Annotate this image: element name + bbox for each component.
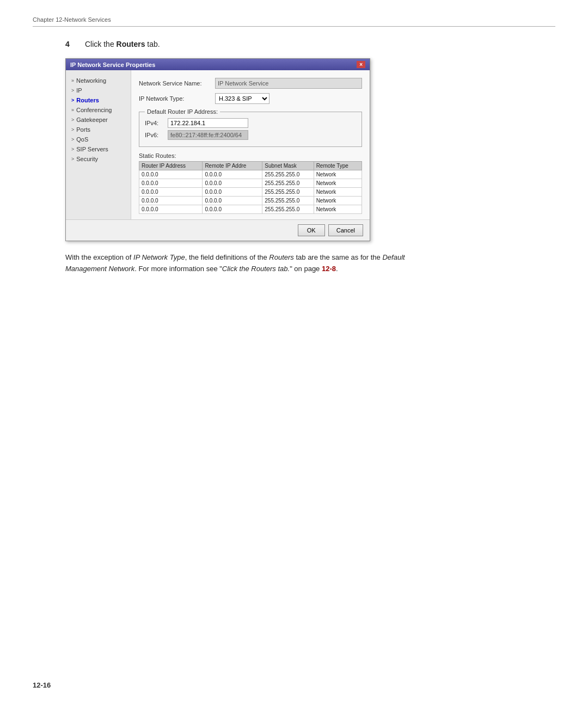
nav-label-ports: Ports <box>76 126 90 133</box>
nav-arrow-qos: > <box>71 137 74 142</box>
table-cell-remote_ip: 0.0.0.0 <box>203 170 262 179</box>
nav-item-security[interactable]: > Security <box>66 154 131 164</box>
ipv6-input[interactable] <box>168 130 248 140</box>
table-cell-router_ip: 0.0.0.0 <box>139 179 203 188</box>
nav-arrow-conferencing: » <box>71 107 74 113</box>
table-cell-remote_type: Network <box>314 188 362 197</box>
table-cell-router_ip: 0.0.0.0 <box>139 205 203 214</box>
network-service-name-input[interactable] <box>215 78 362 89</box>
nav-item-networking[interactable]: » Networking <box>66 76 131 85</box>
dialog-window: IP Network Service Properties × » Networ… <box>65 58 370 241</box>
nav-item-routers[interactable]: > Routers <box>66 95 131 105</box>
chapter-header: Chapter 12-Network Services <box>33 16 555 27</box>
table-row: 0.0.0.00.0.0.0255.255.255.0Network <box>139 188 362 197</box>
table-cell-router_ip: 0.0.0.0 <box>139 188 203 197</box>
table-cell-remote_type: Network <box>314 170 362 179</box>
nav-item-ports[interactable]: > Ports <box>66 125 131 134</box>
desc-italic1: IP Network Type <box>133 253 185 261</box>
description-text: With the exception of IP Network Type, t… <box>65 252 436 275</box>
nav-label-security: Security <box>76 156 98 162</box>
routes-tbody: 0.0.0.00.0.0.0255.255.255.0Network0.0.0.… <box>139 170 362 214</box>
table-cell-remote_type: Network <box>314 205 362 214</box>
table-cell-router_ip: 0.0.0.0 <box>139 197 203 205</box>
table-row: 0.0.0.00.0.0.0255.255.255.0Network <box>139 197 362 205</box>
step-text: Click the Routers tab. <box>85 40 160 48</box>
desc-page-ref: 12-8 <box>322 265 336 273</box>
nav-arrow-security: > <box>71 156 74 162</box>
nav-item-gatekeeper[interactable]: > Gatekeeper <box>66 115 131 125</box>
nav-item-conferencing[interactable]: » Conferencing <box>66 105 131 115</box>
nav-label-conferencing: Conferencing <box>76 107 112 113</box>
nav-item-sip-servers[interactable]: > SIP Servers <box>66 144 131 154</box>
table-cell-remote_ip: 0.0.0.0 <box>203 197 262 205</box>
desc-text2: , the field definitions of the <box>185 253 270 261</box>
desc-italic4: Click the Routers tab. <box>222 265 290 273</box>
routes-table: Router IP Address Remote IP Addre Subnet… <box>139 161 362 214</box>
nav-arrow-ports: > <box>71 127 74 132</box>
nav-arrow-gatekeeper: > <box>71 117 74 122</box>
step-text-suffix: tab. <box>145 40 160 48</box>
nav-label-qos: QoS <box>76 136 88 143</box>
dialog-nav: » Networking > IP > Routers » Conferenci… <box>66 70 131 219</box>
col-header-subnet-mask: Subnet Mask <box>262 162 314 170</box>
ipv4-input[interactable] <box>168 118 248 128</box>
dialog-title: IP Network Service Properties <box>70 62 155 68</box>
ip-network-type-label: IP Network Type: <box>139 95 215 102</box>
nav-label-networking: Networking <box>76 77 106 84</box>
page-footer: 12-16 <box>33 681 51 689</box>
dialog-footer: OK Cancel <box>66 219 370 241</box>
ok-button[interactable]: OK <box>298 224 325 236</box>
nav-label-ip: IP <box>76 87 82 94</box>
dialog-body: » Networking > IP > Routers » Conferenci… <box>66 70 370 219</box>
step-bold-word: Routers <box>117 40 145 48</box>
nav-label-gatekeeper: Gatekeeper <box>76 117 107 123</box>
table-cell-subnet_mask: 255.255.255.0 <box>262 170 314 179</box>
ipv6-row: IPv6: <box>145 130 356 140</box>
table-row: 0.0.0.00.0.0.0255.255.255.0Network <box>139 205 362 214</box>
table-cell-router_ip: 0.0.0.0 <box>139 170 203 179</box>
page-number: 12-16 <box>33 681 51 689</box>
page-container: Chapter 12-Network Services 4 Click the … <box>0 0 588 308</box>
col-header-remote-type: Remote Type <box>314 162 362 170</box>
desc-text5: " on page <box>290 265 322 273</box>
table-row: 0.0.0.00.0.0.0255.255.255.0Network <box>139 170 362 179</box>
table-row: 0.0.0.00.0.0.0255.255.255.0Network <box>139 179 362 188</box>
col-header-remote-ip: Remote IP Addre <box>203 162 262 170</box>
close-button[interactable]: × <box>357 61 365 68</box>
ip-network-type-select[interactable]: H.323 & SIP H.323 SIP <box>215 93 270 104</box>
dialog-titlebar: IP Network Service Properties × <box>66 59 370 70</box>
step-number: 4 <box>65 40 81 48</box>
step-row: 4 Click the Routers tab. <box>65 40 555 48</box>
table-header-row: Router IP Address Remote IP Addre Subnet… <box>139 162 362 170</box>
table-cell-remote_type: Network <box>314 197 362 205</box>
ip-network-type-row: IP Network Type: H.323 & SIP H.323 SIP <box>139 93 362 104</box>
dialog-wrapper: IP Network Service Properties × » Networ… <box>65 58 555 241</box>
ipv6-label: IPv6: <box>145 132 164 138</box>
table-cell-subnet_mask: 255.255.255.0 <box>262 188 314 197</box>
table-cell-remote_ip: 0.0.0.0 <box>203 179 262 188</box>
nav-label-sip-servers: SIP Servers <box>76 146 108 152</box>
table-cell-remote_type: Network <box>314 179 362 188</box>
nav-arrow-sip-servers: > <box>71 146 74 152</box>
static-routes-label: Static Routes: <box>139 152 362 159</box>
ipv4-row: IPv4: <box>145 118 356 128</box>
nav-arrow-routers: > <box>71 97 74 103</box>
step-text-prefix: Click the <box>85 40 117 48</box>
table-cell-subnet_mask: 255.255.255.0 <box>262 197 314 205</box>
default-router-fieldset: Default Router IP Address: IPv4: IPv6: <box>139 108 362 147</box>
ipv4-label: IPv4: <box>145 120 164 126</box>
col-header-router-ip: Router IP Address <box>139 162 203 170</box>
table-cell-subnet_mask: 255.255.255.0 <box>262 205 314 214</box>
desc-text4: . For more information see " <box>134 265 222 273</box>
nav-item-qos[interactable]: > QoS <box>66 134 131 144</box>
nav-item-ip[interactable]: > IP <box>66 85 131 95</box>
chapter-header-text: Chapter 12-Network Services <box>33 16 111 23</box>
table-cell-remote_ip: 0.0.0.0 <box>203 205 262 214</box>
desc-text3: tab are the same as for the <box>294 253 383 261</box>
desc-text1: With the exception of <box>65 253 133 261</box>
dialog-content: Network Service Name: IP Network Type: H… <box>131 70 370 219</box>
cancel-button[interactable]: Cancel <box>328 224 363 236</box>
table-cell-remote_ip: 0.0.0.0 <box>203 188 262 197</box>
desc-text6: . <box>336 265 338 273</box>
table-cell-subnet_mask: 255.255.255.0 <box>262 179 314 188</box>
